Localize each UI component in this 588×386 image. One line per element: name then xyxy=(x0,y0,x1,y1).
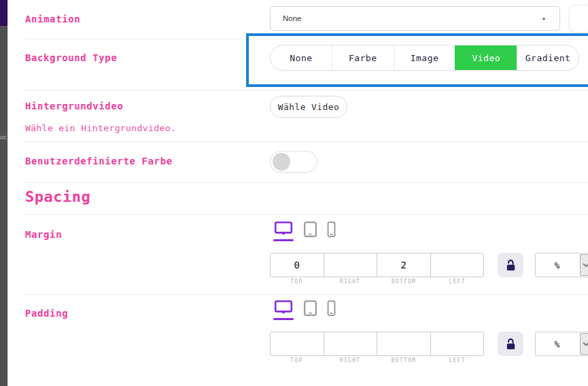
custom-color-label: Benutzerdefinierte Farbe xyxy=(25,156,173,166)
animation-label: Animation xyxy=(25,14,80,24)
bottom-label: BOTTOM xyxy=(377,357,431,364)
animation-select-value: None xyxy=(283,14,302,22)
padding-right-input[interactable] xyxy=(324,332,377,355)
divider xyxy=(25,214,588,215)
padding-unit-value: % xyxy=(536,332,578,355)
unlock-icon xyxy=(504,338,517,351)
custom-color-toggle[interactable] xyxy=(270,151,317,173)
padding-left-input[interactable] xyxy=(431,332,484,355)
margin-link-values-button[interactable] xyxy=(498,253,523,277)
padding-device-desktop-button[interactable] xyxy=(273,300,294,320)
bg-type-option-image[interactable]: Image xyxy=(394,46,455,70)
tablet-icon xyxy=(303,221,317,238)
unlock-icon xyxy=(504,259,517,272)
padding-unit-select[interactable]: % xyxy=(535,332,588,356)
top-label: TOP xyxy=(270,279,324,285)
margin-bottom-cell xyxy=(377,253,430,277)
mobile-icon xyxy=(327,221,336,238)
left-label: LEFT xyxy=(430,279,484,285)
padding-label: Padding xyxy=(25,308,68,319)
divider xyxy=(25,182,588,183)
background-type-segmented-control: None Farbe Image Video Gradient xyxy=(270,45,579,71)
divider xyxy=(25,90,588,90)
padding-device-mobile-button[interactable] xyxy=(327,300,336,317)
margin-left-cell xyxy=(430,253,484,277)
margin-dimension-labels: TOP RIGHT BOTTOM LEFT xyxy=(270,279,484,285)
margin-left-input[interactable] xyxy=(431,253,484,277)
background-text-fragment: oc xyxy=(0,134,7,141)
padding-right-cell xyxy=(324,332,377,355)
spacing-heading: Spacing xyxy=(25,188,90,205)
background-type-label: Background Type xyxy=(25,52,117,63)
active-device-indicator xyxy=(273,318,294,320)
divider xyxy=(25,141,588,142)
margin-top-cell xyxy=(271,253,324,277)
settings-panel: oc Animation None ▾ Background Type None… xyxy=(0,0,588,386)
margin-top-input[interactable] xyxy=(271,253,324,277)
tablet-icon xyxy=(303,300,317,317)
right-label: RIGHT xyxy=(324,279,377,285)
margin-device-switcher xyxy=(273,221,336,241)
margin-bottom-input[interactable] xyxy=(377,253,430,277)
margin-label: Margin xyxy=(25,229,62,240)
chevron-down-icon xyxy=(580,254,588,276)
top-right-empty-box[interactable] xyxy=(569,5,588,33)
padding-device-switcher xyxy=(273,300,336,320)
padding-bottom-input[interactable] xyxy=(377,332,430,355)
left-label: LEFT xyxy=(430,357,484,364)
bg-type-option-farbe[interactable]: Farbe xyxy=(332,46,394,70)
active-device-indicator xyxy=(273,239,294,241)
bottom-label: BOTTOM xyxy=(377,279,431,285)
top-label: TOP xyxy=(270,357,324,364)
padding-link-values-button[interactable] xyxy=(498,332,523,356)
right-label: RIGHT xyxy=(324,357,377,364)
divider xyxy=(25,294,588,295)
padding-top-cell xyxy=(271,332,324,355)
padding-top-input[interactable] xyxy=(271,332,324,355)
margin-device-tablet-button[interactable] xyxy=(303,221,317,238)
margin-unit-select[interactable]: % xyxy=(535,253,588,277)
padding-input-group xyxy=(270,332,484,356)
bg-type-option-none[interactable]: None xyxy=(271,46,332,70)
margin-right-cell xyxy=(324,253,377,277)
choose-video-button[interactable]: Wähle Video xyxy=(270,96,347,118)
margin-unit-value: % xyxy=(536,253,578,277)
padding-device-tablet-button[interactable] xyxy=(303,300,317,317)
background-video-description: Wähle ein Hintergrundvideo. xyxy=(25,123,176,133)
desktop-icon xyxy=(274,221,293,237)
mobile-icon xyxy=(327,300,336,317)
desktop-icon xyxy=(274,300,293,316)
background-page-strip: oc xyxy=(0,0,7,386)
margin-right-input[interactable] xyxy=(324,253,377,277)
margin-device-desktop-button[interactable] xyxy=(273,221,294,241)
animation-select[interactable]: None ▾ xyxy=(270,6,560,31)
background-video-label: Hintergrundvideo xyxy=(25,101,123,111)
bg-type-option-video[interactable]: Video xyxy=(455,46,517,70)
padding-bottom-cell xyxy=(377,332,430,355)
padding-left-cell xyxy=(430,332,484,355)
margin-input-group xyxy=(270,253,484,277)
chevron-down-icon: ▾ xyxy=(542,15,546,22)
chevron-down-icon xyxy=(580,333,588,355)
toggle-knob xyxy=(273,153,290,171)
padding-dimension-labels: TOP RIGHT BOTTOM LEFT xyxy=(270,357,484,364)
bg-type-option-gradient[interactable]: Gradient xyxy=(517,46,578,70)
background-page-header-strip xyxy=(0,0,7,26)
settings-modal: Animation None ▾ Background Type None Fa… xyxy=(7,0,588,386)
margin-device-mobile-button[interactable] xyxy=(327,221,336,238)
